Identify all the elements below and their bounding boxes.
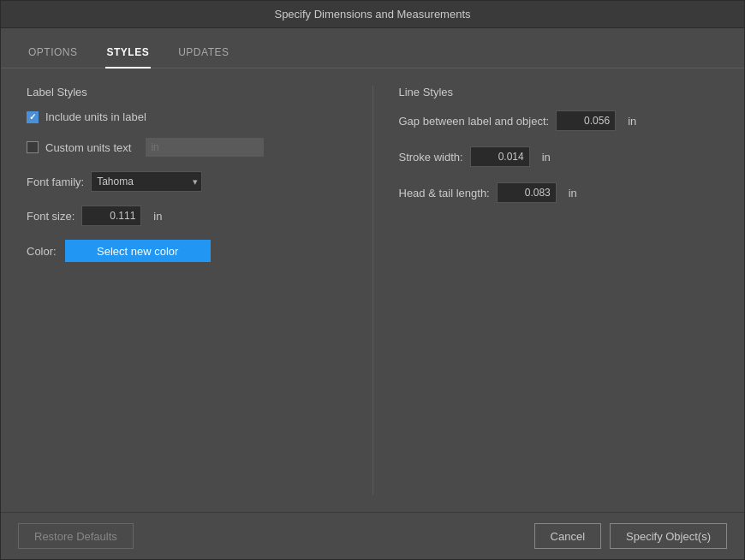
content-area: Label Styles Include units in label Cust… bbox=[1, 69, 744, 512]
custom-units-row: Custom units text bbox=[27, 137, 347, 158]
head-tail-label: Head & tail length: bbox=[399, 187, 490, 200]
footer-right: Cancel Specify Object(s) bbox=[534, 523, 727, 549]
color-row: Color: Select new color bbox=[27, 240, 347, 262]
right-panel: Line Styles Gap between label and object… bbox=[399, 86, 719, 495]
include-units-label: Include units in label bbox=[45, 110, 146, 123]
left-panel: Label Styles Include units in label Cust… bbox=[27, 86, 347, 495]
include-units-row: Include units in label bbox=[27, 110, 347, 123]
panel-divider bbox=[372, 86, 373, 495]
cancel-button[interactable]: Cancel bbox=[534, 523, 601, 549]
font-size-input[interactable] bbox=[81, 206, 141, 226]
head-tail-row: Head & tail length: in bbox=[399, 182, 719, 203]
custom-units-checkbox[interactable] bbox=[27, 141, 39, 153]
select-color-button[interactable]: Select new color bbox=[65, 240, 211, 262]
dialog-title-bar: Specify Dimensions and Measurements bbox=[1, 1, 744, 28]
stroke-width-row: Stroke width: in bbox=[399, 146, 719, 167]
gap-input[interactable] bbox=[556, 110, 616, 131]
tab-updates[interactable]: UPDATES bbox=[176, 41, 230, 69]
tab-bar: OPTIONS STYLES UPDATES bbox=[1, 28, 744, 69]
custom-units-label: Custom units text bbox=[45, 141, 131, 154]
restore-defaults-button[interactable]: Restore Defaults bbox=[18, 523, 134, 549]
color-label: Color: bbox=[27, 245, 57, 258]
tab-styles[interactable]: STYLES bbox=[105, 41, 152, 69]
label-styles-title: Label Styles bbox=[27, 86, 347, 98]
head-tail-unit: in bbox=[569, 187, 577, 200]
stroke-width-input[interactable] bbox=[470, 146, 530, 167]
gap-label: Gap between label and object: bbox=[399, 115, 550, 128]
custom-units-input[interactable] bbox=[145, 137, 265, 158]
tab-options[interactable]: OPTIONS bbox=[27, 41, 80, 69]
dialog: Specify Dimensions and Measurements OPTI… bbox=[0, 0, 745, 560]
stroke-width-unit: in bbox=[542, 151, 551, 164]
gap-unit: in bbox=[628, 115, 636, 128]
footer: Restore Defaults Cancel Specify Object(s… bbox=[1, 512, 744, 559]
gap-row: Gap between label and object: in bbox=[399, 110, 719, 131]
font-family-select-wrapper: Tahoma Arial Helvetica Times New Roman bbox=[91, 171, 202, 192]
include-units-checkbox[interactable] bbox=[27, 111, 39, 123]
font-size-unit: in bbox=[153, 210, 162, 223]
specify-button[interactable]: Specify Object(s) bbox=[610, 523, 727, 549]
font-size-row: Font size: in bbox=[27, 206, 347, 226]
dialog-title: Specify Dimensions and Measurements bbox=[274, 8, 470, 21]
font-family-select[interactable]: Tahoma Arial Helvetica Times New Roman bbox=[91, 171, 202, 192]
line-styles-title: Line Styles bbox=[399, 86, 719, 98]
font-size-label: Font size: bbox=[27, 210, 74, 223]
font-family-row: Font family: Tahoma Arial Helvetica Time… bbox=[27, 171, 347, 192]
stroke-width-label: Stroke width: bbox=[399, 151, 463, 164]
footer-left: Restore Defaults bbox=[18, 523, 134, 549]
head-tail-input[interactable] bbox=[497, 182, 557, 203]
font-family-label: Font family: bbox=[27, 176, 84, 188]
